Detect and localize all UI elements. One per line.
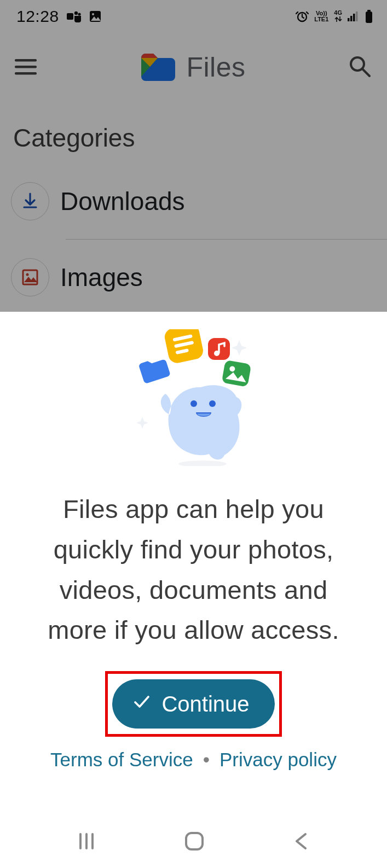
- svg-point-26: [178, 461, 227, 466]
- continue-button[interactable]: Continue: [112, 679, 274, 729]
- system-nav-bar: [0, 816, 387, 868]
- svg-point-28: [209, 400, 216, 407]
- svg-point-27: [190, 400, 197, 407]
- svg-rect-24: [221, 360, 251, 387]
- svg-rect-29: [79, 833, 82, 849]
- separator-dot: •: [203, 749, 210, 771]
- permission-sheet: Files app can help you quickly find your…: [0, 312, 387, 868]
- svg-rect-31: [91, 833, 94, 849]
- svg-rect-30: [85, 833, 88, 849]
- back-button[interactable]: [293, 832, 310, 853]
- permission-message: Files app can help you quickly find your…: [0, 466, 387, 650]
- terms-link[interactable]: Terms of Service: [50, 749, 193, 771]
- modal-scrim[interactable]: [0, 0, 387, 312]
- check-icon: [132, 692, 152, 716]
- home-button[interactable]: [184, 831, 205, 854]
- onboarding-illustration: [0, 312, 387, 466]
- svg-rect-18: [163, 329, 205, 365]
- recents-button[interactable]: [77, 832, 96, 853]
- privacy-link[interactable]: Privacy policy: [220, 749, 337, 771]
- svg-rect-32: [186, 833, 203, 849]
- tutorial-highlight: Continue: [105, 671, 281, 737]
- continue-label: Continue: [161, 692, 249, 716]
